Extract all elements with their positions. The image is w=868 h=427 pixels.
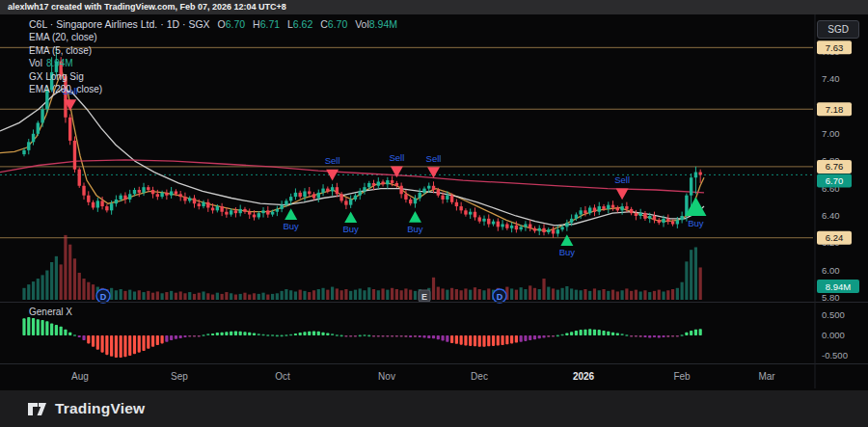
legend-indicator-row[interactable]: GX Long Sig <box>29 71 397 82</box>
histogram-bar <box>422 335 425 338</box>
candle <box>648 216 651 219</box>
candle <box>638 213 641 216</box>
histogram-bar <box>110 335 113 357</box>
price-tick-label[interactable]: 6.40 <box>822 210 840 221</box>
histogram-bar <box>128 335 131 356</box>
candle <box>78 170 81 186</box>
histogram-bar <box>299 333 302 335</box>
volume-bar <box>165 292 168 300</box>
candle <box>409 200 412 203</box>
histogram-bar <box>556 335 559 337</box>
tradingview-logo-icon[interactable] <box>27 399 47 419</box>
time-axis-label[interactable]: Mar <box>758 371 775 382</box>
candle <box>289 197 292 200</box>
price-tick-label[interactable]: 6.00 <box>822 265 840 276</box>
volume-bar <box>552 288 555 300</box>
volume-bar <box>547 287 550 300</box>
candle <box>658 220 661 223</box>
volume-bar <box>565 286 568 300</box>
histogram-bar <box>510 335 513 343</box>
histogram-bar <box>326 333 329 335</box>
candle <box>367 183 370 187</box>
histogram-bar <box>635 335 637 337</box>
footer-bar: TradingView <box>0 390 868 427</box>
candle <box>27 142 30 150</box>
histogram-bar <box>115 335 118 358</box>
time-axis-label[interactable]: Dec <box>471 371 488 382</box>
candle <box>399 186 402 195</box>
histogram-bar <box>312 331 315 335</box>
price-tick-label[interactable]: 5.80 <box>822 292 840 303</box>
candle <box>248 212 251 215</box>
volume-bar <box>676 288 679 300</box>
candle <box>524 225 527 227</box>
histogram-bar <box>271 334 274 336</box>
symbol-legend-row[interactable]: C6L · Singapore Airlines Ltd. · 1D · SGX… <box>29 18 397 30</box>
sell-marker-label: Sell <box>614 174 630 185</box>
dividend-marker-label[interactable]: D <box>497 292 503 302</box>
histogram-bar <box>303 332 306 335</box>
attribution-bar: alexlwh17 created with TradingView.com, … <box>0 0 868 14</box>
legend-indicator-row[interactable]: EMA (5, close) <box>29 45 397 56</box>
histogram-bar <box>45 321 48 335</box>
lower-tick-label[interactable]: 0.000 <box>822 330 845 340</box>
candle <box>238 209 241 213</box>
lower-pane-indicator-label[interactable]: General X <box>29 307 72 317</box>
legend-indicator-row[interactable]: EMA (20, close) <box>29 32 397 42</box>
histogram-bar <box>474 335 476 346</box>
histogram-bar <box>248 333 251 335</box>
time-axis-label[interactable]: Nov <box>378 371 395 382</box>
time-axis-label[interactable]: Feb <box>673 371 691 382</box>
candle <box>32 134 35 143</box>
histogram-bar <box>138 335 141 353</box>
volume-bar <box>115 290 118 300</box>
candle <box>37 122 40 133</box>
price-tick-label[interactable]: 7.40 <box>822 73 840 84</box>
volume-bar <box>414 291 417 300</box>
buy-marker-label: Buy <box>559 247 576 257</box>
volume-bar <box>82 279 85 300</box>
candle <box>271 212 274 215</box>
candle <box>698 173 701 175</box>
legend-indicator-row[interactable]: Vol8.94M <box>29 58 397 68</box>
tradingview-brand-text[interactable]: TradingView <box>55 400 145 417</box>
histogram-bar <box>151 335 154 347</box>
time-axis-label[interactable]: Aug <box>71 371 89 382</box>
histogram-bar <box>156 335 159 345</box>
time-axis-label[interactable]: Sep <box>171 371 188 382</box>
price-axis-badge-label: 6.70 <box>826 175 844 186</box>
candle <box>160 193 163 197</box>
time-axis-label[interactable]: 2026 <box>573 371 595 382</box>
lower-tick-label[interactable]: 0.500 <box>822 309 845 320</box>
lower-tick-label[interactable]: -0.500 <box>822 350 848 360</box>
candle <box>285 200 287 204</box>
histogram-bar <box>643 335 646 337</box>
histogram-bar <box>381 335 384 337</box>
candle <box>611 205 614 208</box>
volume-bar <box>179 291 182 300</box>
histogram-bar <box>340 335 343 337</box>
histogram-bar <box>653 335 656 337</box>
candle <box>280 205 283 209</box>
buy-marker-label: Buy <box>407 224 423 234</box>
volume-bar <box>354 290 357 300</box>
indicator-label: Vol <box>29 58 42 68</box>
candle <box>261 210 264 213</box>
price-tick-label[interactable]: 7.00 <box>822 128 840 139</box>
currency-toggle-button[interactable]: SGD <box>817 20 859 39</box>
volume-label: Vol <box>355 18 369 30</box>
candle <box>326 189 329 192</box>
legend-indicator-row[interactable]: EMA (200, close) <box>29 84 397 94</box>
volume-bar <box>602 289 605 300</box>
dividend-marker-label[interactable]: D <box>100 292 107 302</box>
interval-label: 1D <box>167 18 179 30</box>
candle <box>22 150 25 154</box>
candle <box>377 182 380 186</box>
histogram-bar <box>266 334 269 336</box>
volume-bar <box>690 250 692 300</box>
histogram-bar <box>202 334 204 336</box>
earnings-marker-label[interactable]: E <box>421 292 427 302</box>
volume-bar <box>258 294 260 300</box>
symbol-name: C6L <box>29 18 47 30</box>
time-axis-label[interactable]: Oct <box>275 371 290 382</box>
